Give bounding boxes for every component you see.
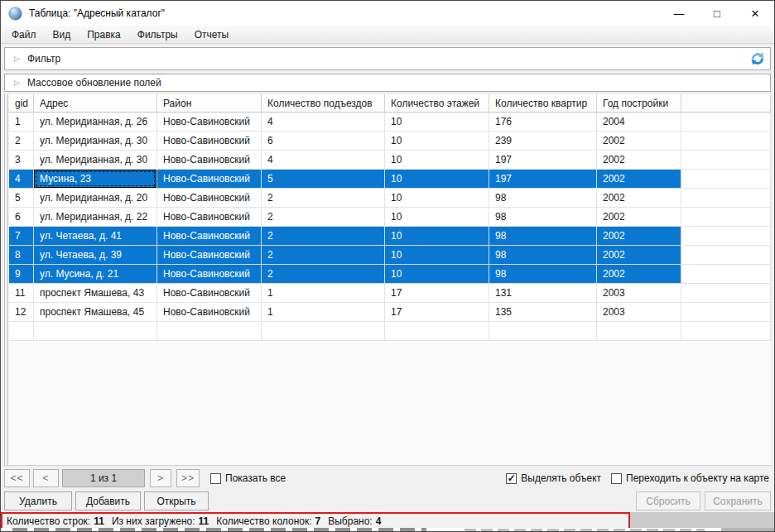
cell-address[interactable]: ул. Меридианная, д. 20 [34,189,157,208]
cell-address[interactable]: ул. Четаева, д. 39 [34,246,157,265]
navigate-to-object-checkbox[interactable] [611,473,622,484]
cell-district[interactable]: Ново-Савиновский [157,170,262,189]
cell-year[interactable]: 2003 [597,284,681,303]
column-header-address[interactable]: Адрес [34,94,157,113]
cell-empty[interactable] [34,322,157,341]
cell-entrances[interactable]: 2 [262,227,385,246]
cell-gid[interactable]: 5 [9,189,34,208]
cell-year[interactable]: 2002 [597,132,681,151]
cell-empty[interactable] [262,322,385,341]
cell-empty[interactable] [157,322,262,341]
add-button[interactable]: Добавить [75,491,141,510]
reset-button[interactable]: Сбросить [636,491,700,510]
cell-district[interactable]: Ново-Савиновский [157,227,262,246]
cell-floors[interactable]: 17 [385,303,489,322]
cell-year[interactable]: 2002 [597,227,681,246]
cell-year[interactable]: 2002 [597,208,681,227]
cell-gid[interactable]: 12 [9,303,34,322]
cell-year[interactable]: 2002 [597,265,681,284]
cell-apartments[interactable]: 131 [489,284,597,303]
cell-entrances[interactable]: 2 [262,208,385,227]
cell-floors[interactable]: 17 [385,284,489,303]
menu-file[interactable]: Файл [3,29,45,41]
cell-extra[interactable] [681,170,771,189]
cell-address[interactable]: ул. Мусина, д. 21 [34,265,157,284]
refresh-button[interactable] [749,50,766,67]
cell-gid[interactable]: 4 [9,170,34,189]
menu-reports[interactable]: Отчеты [186,29,237,41]
cell-floors[interactable]: 10 [385,189,489,208]
column-header-gid[interactable]: gid [9,94,34,113]
menu-filters[interactable]: Фильтры [129,29,186,41]
cell-entrances[interactable]: 2 [262,189,385,208]
cell-floors[interactable]: 10 [385,246,489,265]
menu-view[interactable]: Вид [45,29,79,41]
cell-gid[interactable]: 11 [9,284,34,303]
open-button[interactable]: Открыть [144,491,209,510]
show-all-option[interactable]: Показать все [210,472,286,484]
cell-district[interactable]: Ново-Савиновский [157,208,262,227]
navigate-to-object-option[interactable]: Переходить к объекту на карте [611,472,769,484]
cell-extra[interactable] [681,113,771,132]
cell-apartments[interactable]: 197 [489,151,597,170]
cell-gid[interactable]: 1 [9,113,34,132]
cell-address[interactable]: ул. Меридианная, д. 26 [34,113,157,132]
cell-empty[interactable] [681,322,771,341]
cell-extra[interactable] [681,227,771,246]
maximize-button[interactable]: □ [698,1,736,26]
cell-floors[interactable]: 10 [385,265,489,284]
cell-entrances[interactable]: 1 [262,284,385,303]
column-header-year[interactable]: Год постройки [597,94,681,113]
cell-floors[interactable]: 10 [385,227,489,246]
last-page-button[interactable]: >> [176,469,200,487]
prev-page-button[interactable]: < [33,469,59,487]
close-button[interactable]: ✕ [736,1,774,26]
cell-gid[interactable]: 3 [9,151,34,170]
cell-year[interactable]: 2002 [597,170,681,189]
cell-gid[interactable]: 7 [9,227,34,246]
cell-entrances[interactable]: 4 [262,113,385,132]
cell-year[interactable]: 2003 [597,303,681,322]
cell-floors[interactable]: 10 [385,132,489,151]
cell-apartments[interactable]: 98 [489,189,597,208]
navigate-to-object-label[interactable]: Переходить к объекту на карте [626,472,769,484]
cell-empty[interactable] [597,322,681,341]
cell-address[interactable]: проспект Ямашева, 45 [34,303,157,322]
cell-address[interactable]: проспект Ямашева, 43 [34,284,157,303]
next-page-button[interactable]: > [150,469,171,487]
cell-address[interactable]: Мусина, 23 [34,170,157,189]
cell-address[interactable]: ул. Меридианная, д. 30 [34,151,157,170]
cell-district[interactable]: Ново-Савиновский [157,151,262,170]
cell-district[interactable]: Ново-Савиновский [157,246,262,265]
cell-extra[interactable] [681,132,771,151]
cell-entrances[interactable]: 6 [262,132,385,151]
cell-district[interactable]: Ново-Савиновский [157,189,262,208]
cell-apartments[interactable]: 98 [489,227,597,246]
cell-entrances[interactable]: 2 [262,246,385,265]
column-header-entrances[interactable]: Количество подъездов [262,94,385,113]
cell-floors[interactable]: 10 [385,208,489,227]
cell-extra[interactable] [681,208,771,227]
cell-extra[interactable] [681,189,771,208]
cell-empty[interactable] [385,322,489,341]
cell-district[interactable]: Ново-Савиновский [157,284,262,303]
cell-empty[interactable] [9,322,34,341]
cell-extra[interactable] [681,265,771,284]
cell-apartments[interactable]: 135 [489,303,597,322]
cell-gid[interactable]: 6 [9,208,34,227]
title-bar[interactable]: Таблица: "Адресный каталог" — □ ✕ [1,1,774,26]
cell-year[interactable]: 2002 [597,151,681,170]
cell-district[interactable]: Ново-Савиновский [157,132,262,151]
highlight-object-option[interactable]: ✓ Выделять объект [506,472,601,484]
cell-extra[interactable] [681,284,771,303]
cell-floors[interactable]: 10 [385,113,489,132]
cell-apartments[interactable]: 98 [489,208,597,227]
cell-extra[interactable] [681,246,771,265]
cell-address[interactable]: ул. Четаева, д. 41 [34,227,157,246]
cell-floors[interactable]: 10 [385,151,489,170]
cell-entrances[interactable]: 4 [262,151,385,170]
cell-apartments[interactable]: 98 [489,265,597,284]
first-page-button[interactable]: << [4,469,30,487]
cell-district[interactable]: Ново-Савиновский [157,265,262,284]
filter-panel-header[interactable]: ▷ Фильтр [4,47,771,70]
